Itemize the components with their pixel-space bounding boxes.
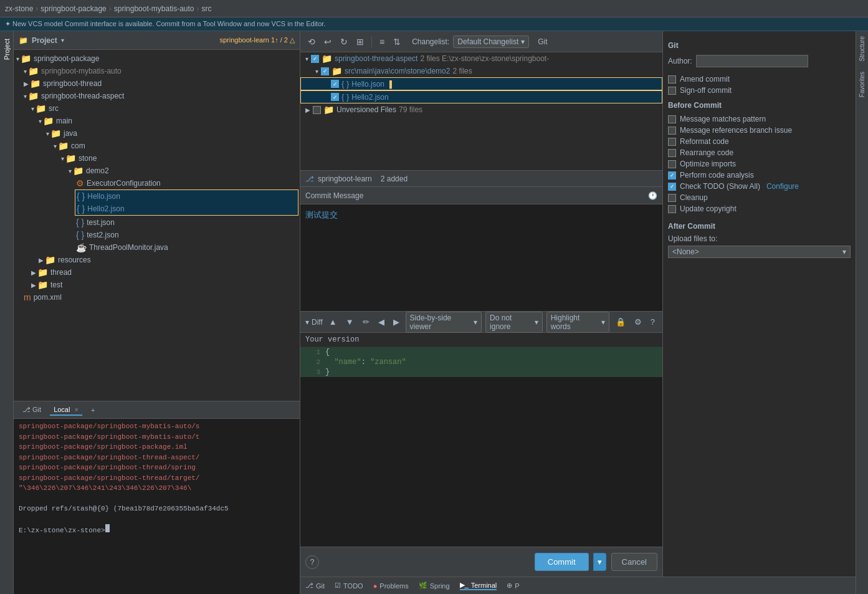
opt-checkbox-2[interactable] <box>668 138 676 146</box>
favorites-tab[interactable]: Favorites <box>857 67 867 102</box>
tree-item-resources[interactable]: ▶ 📁 resources <box>14 254 300 266</box>
commit-file-hello-json[interactable]: { } Hello.json ▌ <box>300 77 662 90</box>
opt-label-0[interactable]: Message matches pattern <box>680 115 766 123</box>
tree-item-test-json[interactable]: { } test.json <box>14 216 300 229</box>
author-input[interactable] <box>696 55 808 67</box>
toolbar-arrow-btn[interactable]: ⟲ <box>305 36 318 48</box>
cf-checkbox-hello[interactable] <box>331 80 339 88</box>
diff-highlight-dropdown[interactable]: Highlight words ▾ <box>546 312 609 333</box>
diff-next-btn[interactable]: ▶ <box>391 316 402 328</box>
diff-down-btn[interactable]: ▼ <box>343 316 356 328</box>
signoff-label[interactable]: Sign-off commit <box>680 86 732 95</box>
tree-item-demo2[interactable]: ▾ 📁 demo2 <box>14 165 300 177</box>
diff-prev-btn[interactable]: ◀ <box>376 316 387 328</box>
upload-dropdown[interactable]: <None> ▾ <box>668 246 851 258</box>
cf-checkbox-demo2[interactable] <box>321 67 329 75</box>
tree-item-hello-json[interactable]: { } Hello.json <box>75 190 298 203</box>
terminal-tab-local[interactable]: Local × <box>50 405 82 416</box>
opt-checkbox-6[interactable] <box>668 183 676 191</box>
tree-item-stone[interactable]: ▾ 📁 stone <box>14 152 300 165</box>
diff-viewer-dropdown[interactable]: Side-by-side viewer ▾ <box>406 312 482 333</box>
status-item-terminal[interactable]: ▶_ Terminal <box>460 581 497 590</box>
tree-item-springboot-package[interactable]: ▾ 📁 springboot-package <box>14 52 300 65</box>
diff-help-btn[interactable]: ? <box>648 316 657 328</box>
signoff-checkbox[interactable] <box>668 87 676 95</box>
tree-item-main[interactable]: ▾ 📁 main <box>14 115 300 127</box>
commit-button-arrow[interactable]: ▾ <box>593 553 606 571</box>
amend-label[interactable]: Amend commit <box>680 75 730 84</box>
help-button[interactable]: ? <box>305 555 319 569</box>
amend-checkbox[interactable] <box>668 75 676 84</box>
status-item-git[interactable]: ⎇ Git <box>305 582 325 590</box>
opt-label-4[interactable]: Optimize imports <box>680 160 736 168</box>
tree-item-executor[interactable]: ⚙ ExecutorConfiguration <box>14 177 300 189</box>
diff-lock-btn[interactable]: 🔒 <box>613 316 628 328</box>
breadcrumb-item-1[interactable]: springboot-package <box>41 4 106 13</box>
commit-file-hello2-json[interactable]: { } Hello2.json <box>300 90 662 103</box>
opt-checkbox-3[interactable] <box>668 149 676 157</box>
opt-checkbox-0[interactable] <box>668 115 676 123</box>
opt-checkbox-5[interactable] <box>668 171 676 180</box>
commit-group-thread-aspect[interactable]: ▾ 📁 springboot-thread-aspect 2 files E:\… <box>300 52 662 65</box>
breadcrumb-item-2[interactable]: springboot-mybatis-auto <box>114 4 194 13</box>
tree-item-mybatis-auto[interactable]: ▾ 📁 springboot-mybatis-auto <box>14 65 300 77</box>
toolbar-group-btn[interactable]: ⊞ <box>354 36 366 48</box>
commit-group-unversioned[interactable]: ▶ 📁 Unversioned Files 79 files <box>300 103 662 116</box>
local-tab-close[interactable]: × <box>74 406 78 413</box>
diff-ignore-dropdown[interactable]: Do not ignore ▾ <box>485 312 543 333</box>
panel-dropdown-arrow[interactable]: ▾ <box>61 37 64 44</box>
toolbar-undo-btn[interactable]: ↩ <box>322 36 334 48</box>
tree-item-threadpool[interactable]: ☕ ThreadPoolMonitor.java <box>14 241 300 254</box>
opt-checkbox-1[interactable] <box>668 127 676 135</box>
opt-checkbox-4[interactable] <box>668 160 676 168</box>
opt-label-8[interactable]: Update copyright <box>680 204 737 213</box>
terminal-tab-git[interactable]: ⎇ Git <box>19 405 45 415</box>
status-item-p[interactable]: ⊕ P <box>507 582 519 590</box>
commit-button[interactable]: Commit <box>535 553 589 571</box>
tree-item-test-folder[interactable]: ▶ 📁 test <box>14 279 300 291</box>
diff-up-btn[interactable]: ▲ <box>327 316 340 328</box>
diff-settings-btn[interactable]: ⚙ <box>632 316 644 328</box>
tree-item-java[interactable]: ▾ 📁 java <box>14 127 300 140</box>
opt-label-6[interactable]: Check TODO (Show All) <box>680 182 760 191</box>
tree-item-test2-json[interactable]: { } test2.json <box>14 229 300 241</box>
history-icon[interactable]: 🕐 <box>648 191 657 200</box>
opt-label-3[interactable]: Rearrange code <box>680 148 733 157</box>
status-item-spring[interactable]: 🌿 Spring <box>419 582 450 590</box>
cf-checkbox-unversioned[interactable] <box>313 106 321 114</box>
terminal-tab-add[interactable]: + <box>87 405 98 415</box>
tree-item-src[interactable]: ▾ 📁 src <box>14 102 300 115</box>
status-item-todo[interactable]: ☑ TODO <box>335 582 363 590</box>
configure-link[interactable]: Configure <box>766 182 799 191</box>
toolbar-collapse-btn[interactable]: ≡ <box>377 36 387 48</box>
project-tab[interactable]: Project <box>2 34 12 65</box>
toolbar-expand-btn[interactable]: ⇅ <box>391 36 403 48</box>
changelist-dropdown[interactable]: Default Changelist ▾ <box>453 36 529 48</box>
after-commit-title: After Commit <box>668 222 851 231</box>
tree-item-thread-aspect[interactable]: ▾ 📁 springboot-thread-aspect <box>14 90 300 102</box>
diff-edit-btn[interactable]: ✏ <box>360 316 372 328</box>
tree-item-thread[interactable]: ▶ 📁 springboot-thread <box>14 77 300 90</box>
structure-tab[interactable]: Structure <box>857 31 867 67</box>
tree-item-com[interactable]: ▾ 📁 com <box>14 140 300 152</box>
cancel-button[interactable]: Cancel <box>611 553 657 571</box>
breadcrumb-item-3[interactable]: src <box>202 4 212 13</box>
opt-label-5[interactable]: Perform code analysis <box>680 171 754 180</box>
cf-checkbox-thread-aspect[interactable] <box>311 55 319 63</box>
opt-label-7[interactable]: Cleanup <box>680 193 708 202</box>
cf-checkbox-hello2[interactable] <box>331 93 339 101</box>
opt-checkbox-7[interactable] <box>668 194 676 202</box>
commit-subgroup-demo2[interactable]: ▾ 📁 src\main\java\com\stone\demo2 2 file… <box>300 65 662 77</box>
diff-viewer-label: Side-by-side viewer <box>410 314 472 331</box>
breadcrumb-item-0[interactable]: zx-stone <box>5 4 33 13</box>
opt-label-2[interactable]: Reformat code <box>680 137 729 146</box>
opt-label-1[interactable]: Message references branch issue <box>680 126 792 135</box>
tree-item-pom[interactable]: m pom.xml <box>14 291 300 304</box>
toolbar-refresh-btn[interactable]: ↻ <box>338 36 350 48</box>
tree-item-thread-folder[interactable]: ▶ 📁 thread <box>14 266 300 279</box>
opt-checkbox-8[interactable] <box>668 205 676 213</box>
commit-message-input[interactable]: 测试提交 <box>300 204 662 311</box>
diff-section-toggle[interactable]: ▾ Diff <box>305 318 323 327</box>
tree-item-hello2-json[interactable]: { } Hello2.json <box>75 203 298 215</box>
status-item-problems[interactable]: ● Problems <box>373 582 409 590</box>
